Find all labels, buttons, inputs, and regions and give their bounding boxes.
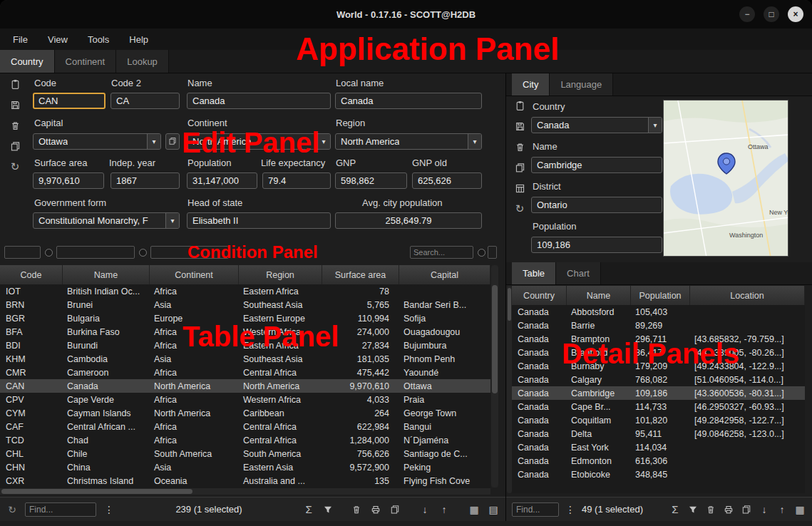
move-up-icon[interactable]: ↑ — [438, 503, 451, 516]
city-table-vertical-scrollbar[interactable] — [507, 286, 512, 493]
table-row[interactable]: CanadaCambridge109,186[43.3600536, -80.3… — [512, 386, 805, 400]
head-of-state-field[interactable]: Elisabeth II — [187, 212, 331, 229]
filter-icon[interactable] — [322, 503, 334, 516]
columns-icon[interactable]: ▤ — [487, 503, 500, 516]
aggregate-icon[interactable]: Σ — [302, 503, 315, 516]
table-row[interactable]: BDIBurundiAfricaEastern Africa27,834Buju… — [0, 339, 490, 352]
menu-file[interactable]: File — [13, 34, 28, 45]
column-header[interactable]: Location — [690, 286, 805, 305]
life-expectancy-field[interactable]: 79.4 — [262, 172, 331, 189]
gnp-old-field[interactable]: 625,626 — [412, 172, 482, 189]
condition-toggle-icon[interactable] — [139, 249, 147, 257]
region-combobox[interactable]: North America ▾ — [335, 133, 482, 150]
chevron-down-icon[interactable]: ▾ — [468, 134, 481, 149]
column-header[interactable]: Population — [631, 286, 690, 305]
table-row[interactable]: CHNChinaAsiaEastern Asia9,572,900Peking — [0, 460, 490, 474]
table-row[interactable]: CanadaBarrie89,269 — [512, 319, 805, 332]
save-icon[interactable] — [514, 120, 525, 132]
aggregate-icon[interactable]: Σ — [669, 503, 682, 516]
minimize-button[interactable]: − — [739, 6, 755, 22]
column-header[interactable]: Continent — [150, 265, 239, 284]
delete-icon[interactable] — [350, 503, 363, 516]
copy-icon[interactable] — [514, 162, 525, 173]
tab-city[interactable]: City — [512, 73, 550, 96]
refresh-icon[interactable]: ↻ — [9, 161, 21, 172]
grid-view-icon[interactable]: ▦ — [468, 503, 480, 516]
more-options-icon[interactable]: ⋮ — [564, 503, 577, 516]
condition-input-code[interactable] — [4, 246, 41, 259]
column-header[interactable]: Region — [239, 265, 322, 284]
table-row[interactable]: BGRBulgariaEuropeEastern Europe110,994So… — [0, 311, 490, 325]
column-header[interactable]: Capital — [399, 265, 490, 284]
tab-continent[interactable]: Continent — [55, 50, 117, 73]
refresh-icon[interactable]: ↻ — [6, 503, 19, 516]
table-row[interactable]: CanadaBrampton296,711[43.685832, -79.759… — [512, 332, 805, 346]
find-input[interactable] — [25, 502, 96, 517]
table-row[interactable]: CanadaCape Br...114,733[46.2950327, -60.… — [512, 400, 805, 413]
condition-toggle-icon[interactable] — [478, 249, 485, 257]
maximize-button[interactable]: □ — [764, 6, 779, 22]
copy-icon[interactable] — [740, 503, 753, 516]
delete-icon[interactable] — [704, 503, 717, 516]
column-header[interactable]: Name — [567, 286, 631, 305]
table-row[interactable]: CanadaEdmonton616,306 — [512, 454, 805, 468]
condition-mini-input[interactable] — [488, 246, 497, 259]
close-button[interactable]: × — [788, 6, 803, 22]
tab-chart[interactable]: Chart — [556, 262, 601, 284]
clipboard-icon[interactable] — [514, 100, 525, 111]
move-down-icon[interactable]: ↓ — [418, 503, 431, 516]
move-up-icon[interactable]: ↑ — [776, 503, 788, 516]
city-district-field[interactable]: Ontario — [531, 197, 662, 213]
copy-icon[interactable] — [9, 140, 21, 152]
condition-input-name[interactable] — [56, 246, 135, 259]
copy-icon[interactable] — [389, 503, 401, 516]
find-input[interactable] — [512, 502, 559, 517]
table-grid-icon[interactable] — [514, 182, 525, 194]
grid-view-icon[interactable]: ▦ — [793, 503, 806, 516]
clipboard-icon[interactable] — [9, 78, 21, 90]
indep-year-field[interactable]: 1867 — [111, 172, 180, 189]
local-name-field[interactable]: Canada — [335, 93, 482, 109]
city-country-combobox[interactable]: Canada ▾ — [531, 117, 662, 133]
table-row[interactable]: CanadaCalgary768,082[51.0460954, -114.0.… — [512, 373, 805, 386]
delete-icon[interactable] — [514, 141, 525, 153]
table-row[interactable]: BRNBruneiAsiaSoutheast Asia5,765Bandar S… — [0, 298, 490, 311]
table-row[interactable]: CanadaEast York114,034 — [512, 440, 805, 454]
chevron-down-icon[interactable]: ▾ — [165, 213, 179, 228]
table-row[interactable]: CanadaDelta95,411[49.0846258, -123.0...] — [512, 427, 805, 440]
city-population-field[interactable]: 109,186 — [531, 237, 662, 253]
tab-language[interactable]: Language — [550, 73, 613, 96]
column-header[interactable]: Surface area — [322, 265, 399, 284]
table-row[interactable]: KHMCambodiaAsiaSoutheast Asia181,035Phno… — [0, 352, 490, 366]
table-row[interactable]: CPVCape VerdeAfricaWestern Africa4,033Pr… — [0, 393, 490, 406]
table-row[interactable]: CanadaAbbotsford105,403 — [512, 305, 805, 319]
tab-table[interactable]: Table — [512, 262, 556, 284]
refresh-icon[interactable]: ↻ — [514, 203, 525, 215]
tab-country[interactable]: Country — [0, 50, 55, 73]
table-row[interactable]: CanadaCoquitlam101,820[49.2842958, -122.… — [512, 413, 805, 427]
table-row[interactable]: IOTBritish Indian Oc...AfricaEastern Afr… — [0, 284, 490, 298]
search-input[interactable] — [410, 246, 473, 259]
table-row[interactable]: CanadaBurnaby179,209[49.2433804, -122.9.… — [512, 359, 805, 373]
country-table-vertical-scrollbar[interactable] — [491, 265, 498, 488]
chevron-down-icon[interactable]: ▾ — [317, 134, 330, 149]
table-row[interactable]: CMRCameroonAfricaCentral Africa475,442Ya… — [0, 366, 490, 379]
code2-field[interactable]: CA — [111, 93, 180, 109]
continent-combobox[interactable]: North America ▾ — [187, 133, 331, 150]
table-row[interactable]: BFABurkina FasoAfricaWestern Africa274,0… — [0, 325, 490, 339]
column-header[interactable]: Code — [0, 265, 63, 284]
table-row[interactable]: CanadaEtobicoke348,845 — [512, 468, 805, 481]
chevron-down-icon[interactable]: ▾ — [648, 118, 662, 133]
condition-input-continent[interactable] — [150, 246, 229, 259]
menu-view[interactable]: View — [48, 34, 68, 45]
gnp-field[interactable]: 598,862 — [335, 172, 407, 189]
table-row[interactable]: CHLChileSouth AmericaSouth America756,62… — [0, 447, 490, 460]
city-name-field[interactable]: Cambridge — [531, 157, 662, 173]
filter-icon[interactable] — [687, 503, 699, 516]
print-icon[interactable] — [369, 503, 382, 516]
population-field[interactable]: 31,147,000 — [187, 172, 257, 189]
capital-combobox[interactable]: Ottawa ▾ — [33, 133, 161, 150]
table-row[interactable]: TCDChadAfricaCentral Africa1,284,000N´Dj… — [0, 433, 490, 447]
table-row[interactable]: CYMCayman IslandsNorth AmericaCaribbean2… — [0, 406, 490, 420]
country-table-horizontal-scrollbar[interactable] — [0, 488, 490, 495]
